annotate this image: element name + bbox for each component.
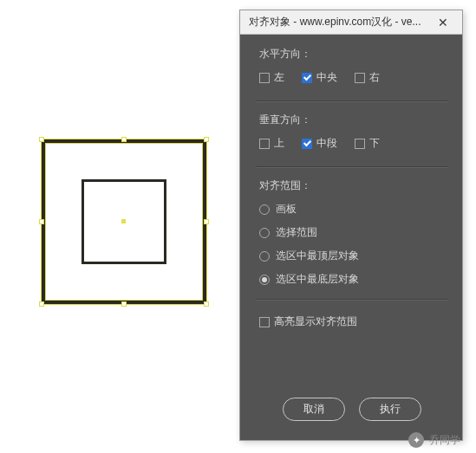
handle-bottom-left[interactable] [39, 301, 44, 307]
checkbox-icon [302, 139, 312, 149]
radio-label: 选区中最顶层对象 [276, 249, 359, 263]
horizontal-label: 水平方向： [259, 47, 445, 61]
close-button[interactable]: ✕ [429, 13, 457, 32]
radio-topmost[interactable]: 选区中最顶层对象 [259, 249, 445, 263]
divider [256, 299, 448, 301]
checkbox-h-right[interactable]: 右 [355, 70, 380, 85]
handle-top-left[interactable] [39, 137, 44, 142]
checkbox-h-left[interactable]: 左 [259, 70, 284, 85]
radio-icon [259, 275, 270, 285]
checkbox-icon [259, 317, 270, 327]
checkbox-v-bottom[interactable]: 下 [355, 136, 380, 151]
checkbox-label: 右 [369, 70, 380, 85]
button-row: 取消 执行 [259, 398, 445, 428]
checkbox-label: 中段 [316, 136, 337, 151]
dialog-title: 对齐对象 - www.epinv.com汉化 - ve... [249, 15, 429, 29]
checkbox-label: 高亮显示对齐范围 [274, 314, 357, 329]
scope-options: 画板 选择范围 选区中最顶层对象 选区中最底层对象 [259, 202, 445, 287]
checkbox-label: 下 [369, 136, 380, 151]
radio-label: 选择范围 [276, 225, 317, 240]
checkbox-label: 中央 [316, 70, 337, 85]
checkbox-icon [259, 139, 270, 149]
handle-middle-right[interactable] [204, 219, 209, 224]
execute-button[interactable]: 执行 [359, 398, 421, 421]
radio-artboard[interactable]: 画板 [259, 202, 445, 217]
close-icon: ✕ [438, 16, 448, 29]
divider [256, 166, 448, 168]
divider [256, 100, 448, 102]
canvas-selection [38, 136, 210, 307]
dialog-panel: 水平方向： 左 中央 右 垂直方向： 上 中段 [240, 35, 462, 440]
handle-top-middle[interactable] [121, 137, 127, 142]
vertical-label: 垂直方向： [259, 113, 445, 127]
checkbox-highlight[interactable]: 高亮显示对齐范围 [259, 314, 445, 329]
handle-top-right[interactable] [204, 137, 209, 142]
handle-middle-left[interactable] [39, 219, 44, 224]
selection-center-icon [121, 219, 126, 223]
radio-label: 选区中最底层对象 [276, 272, 359, 287]
checkbox-icon [355, 73, 365, 83]
wechat-icon: ✦ [408, 432, 424, 448]
checkbox-icon [355, 139, 365, 149]
radio-bottommost[interactable]: 选区中最底层对象 [259, 272, 445, 287]
checkbox-icon [259, 73, 270, 83]
checkbox-v-middle[interactable]: 中段 [302, 136, 337, 151]
checkbox-v-top[interactable]: 上 [259, 136, 284, 151]
horizontal-options: 左 中央 右 [259, 70, 445, 85]
watermark: ✦ 乔同学 [408, 432, 460, 448]
checkbox-h-center[interactable]: 中央 [302, 70, 337, 85]
checkbox-label: 左 [274, 70, 284, 85]
dialog-titlebar[interactable]: 对齐对象 - www.epinv.com汉化 - ve... ✕ [240, 10, 462, 35]
watermark-text: 乔同学 [429, 433, 460, 448]
radio-label: 画板 [276, 202, 297, 217]
scope-label: 对齐范围： [259, 178, 445, 193]
radio-icon [259, 204, 270, 215]
radio-selection[interactable]: 选择范围 [259, 225, 445, 240]
handle-bottom-right[interactable] [204, 301, 209, 307]
vertical-options: 上 中段 下 [259, 136, 445, 151]
checkbox-icon [302, 73, 312, 83]
radio-icon [259, 228, 270, 238]
align-dialog: 对齐对象 - www.epinv.com汉化 - ve... ✕ 水平方向： 左… [239, 10, 463, 441]
handle-bottom-middle[interactable] [121, 301, 127, 307]
checkbox-label: 上 [274, 136, 284, 151]
radio-icon [259, 251, 270, 262]
cancel-button[interactable]: 取消 [283, 398, 345, 421]
